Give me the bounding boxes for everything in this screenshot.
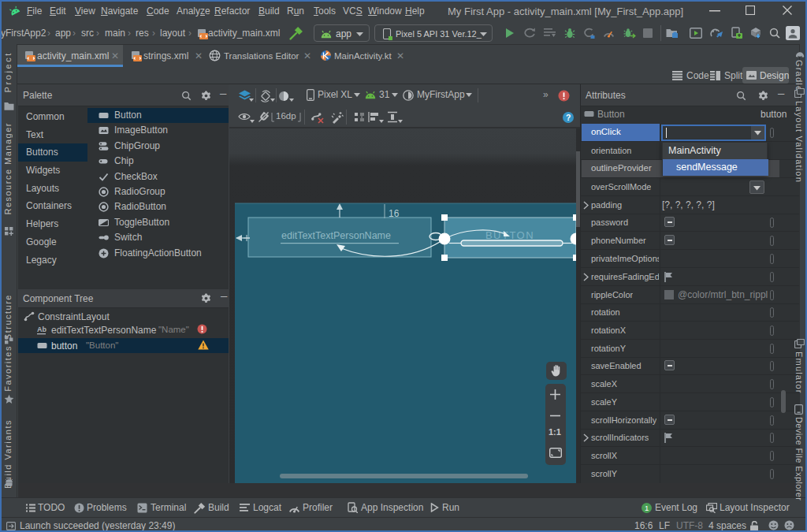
svg-text:editTextTextPersonName: editTextTextPersonName <box>281 230 391 241</box>
svg-text:Ab: Ab <box>37 326 46 333</box>
svg-text:?: ? <box>566 113 571 122</box>
svg-text:16: 16 <box>389 208 400 219</box>
svg-text:1: 1 <box>645 504 649 512</box>
